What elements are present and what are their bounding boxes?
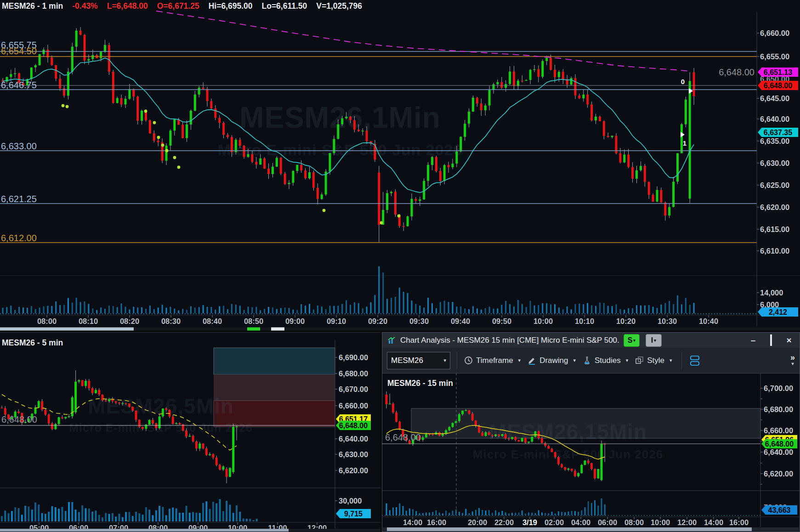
y-axis-label: 6,660.00	[764, 426, 793, 435]
scrollbar-thumb[interactable]	[387, 527, 752, 531]
time-axis-label: 04:00	[571, 518, 590, 527]
time-axis-label: 06:00	[598, 518, 617, 527]
y-axis-label: 6,620.00	[764, 470, 793, 478]
y-axis-label: 6,700.00	[764, 384, 793, 393]
time-axis-label: 22:00	[494, 518, 514, 527]
time-axis-label: 12:00	[677, 518, 697, 527]
price-badge: 43,663	[761, 505, 797, 515]
time-axis-label: 14:00	[704, 518, 723, 527]
time-axis-label: 08:00	[624, 518, 644, 527]
time-axis-label: 3/19	[522, 518, 537, 527]
time-axis-label: 14:00	[403, 518, 422, 527]
time-axis-label: 10:00	[651, 518, 670, 527]
time-axis-label: 20:00	[468, 518, 487, 527]
inline-price-label: 6,648.00	[385, 432, 421, 443]
y-axis-label: 6,640.00	[764, 448, 793, 457]
trading-workspace: MESM26 - 1 min -0.43% L=6,648.00 O=6,671…	[0, 0, 800, 532]
time-axis-label: 02:00	[545, 518, 564, 527]
time-axis-label: 16:00	[729, 518, 749, 527]
labels-15min: 6,700.006,680.006,660.006,640.006,620.00…	[0, 0, 800, 532]
price-badge: 6,648.00	[761, 439, 797, 449]
y-axis-label: 6,680.00	[764, 405, 793, 414]
time-axis-label: 16:00	[427, 518, 446, 527]
